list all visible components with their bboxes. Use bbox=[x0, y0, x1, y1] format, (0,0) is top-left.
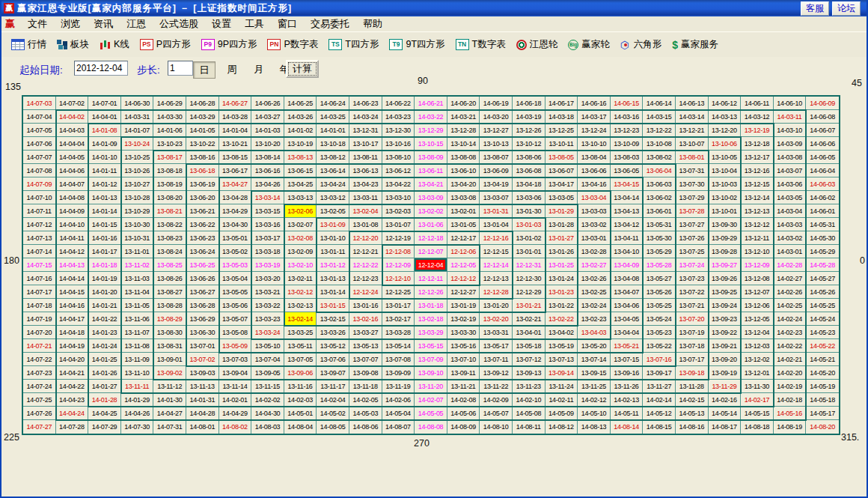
grid-cell[interactable]: 14-06-28 bbox=[186, 97, 219, 110]
grid-cell[interactable]: 13-05-24 bbox=[643, 312, 676, 326]
grid-cell[interactable]: 14-03-11 bbox=[774, 110, 807, 124]
grid-cell[interactable]: 13-11-15 bbox=[251, 380, 284, 393]
grid-cell[interactable]: 13-09-14 bbox=[545, 366, 578, 380]
grid-cell[interactable]: 14-07-03 bbox=[23, 97, 56, 110]
grid-cell[interactable]: 13-04-17 bbox=[545, 177, 578, 191]
grid-cell[interactable]: 13-05-05 bbox=[219, 285, 252, 299]
grid-cell[interactable]: 14-01-21 bbox=[88, 299, 121, 312]
grid-cell[interactable]: 13-12-04 bbox=[741, 326, 774, 339]
toolbar-button-六角形[interactable]: ⬡六角形 bbox=[615, 37, 667, 52]
grid-cell[interactable]: 13-01-16 bbox=[349, 299, 382, 312]
grid-cell[interactable]: 13-12-28 bbox=[447, 124, 480, 137]
grid-cell[interactable]: 13-06-06 bbox=[578, 164, 611, 177]
grid-cell[interactable]: 13-04-20 bbox=[447, 177, 480, 191]
grid-cell[interactable]: 14-01-03 bbox=[251, 124, 284, 137]
grid-cell[interactable]: 14-04-09 bbox=[56, 204, 89, 218]
grid-cell[interactable]: 12-12-29 bbox=[513, 285, 545, 299]
grid-cell[interactable]: 14-03-31 bbox=[121, 110, 154, 124]
grid-cell[interactable]: 13-09-17 bbox=[643, 366, 676, 380]
grid-cell[interactable]: 14-07-06 bbox=[23, 137, 56, 151]
grid-cell[interactable]: 13-12-05 bbox=[741, 312, 774, 326]
grid-cell[interactable]: 14-01-14 bbox=[88, 204, 121, 218]
grid-cell[interactable]: 14-07-27 bbox=[23, 420, 56, 434]
grid-cell[interactable]: 13-03-16 bbox=[251, 218, 284, 231]
grid-cell[interactable]: 14-08-19 bbox=[774, 420, 807, 434]
grid-cell[interactable]: 14-01-18 bbox=[88, 258, 121, 272]
grid-cell[interactable]: 14-02-09 bbox=[480, 393, 513, 407]
grid-cell[interactable]: 13-07-05 bbox=[284, 353, 317, 366]
grid-cell[interactable]: 14-04-27 bbox=[153, 407, 186, 420]
grid-cell[interactable]: 13-04-16 bbox=[578, 177, 611, 191]
grid-cell[interactable]: 14-06-04 bbox=[806, 164, 839, 177]
toolbar-button-赢家轮[interactable]: Big赢家轮 bbox=[563, 37, 615, 52]
grid-cell[interactable]: 13-02-08 bbox=[284, 231, 317, 245]
grid-cell[interactable]: 13-09-25 bbox=[709, 285, 742, 299]
grid-cell[interactable]: 13-04-24 bbox=[317, 177, 349, 191]
grid-cell[interactable]: 12-12-10 bbox=[382, 272, 415, 285]
grid-cell[interactable]: 14-03-16 bbox=[611, 110, 644, 124]
grid-cell[interactable]: 14-04-13 bbox=[56, 258, 89, 272]
grid-cell[interactable]: 13-12-20 bbox=[709, 124, 742, 137]
menu-item-设置[interactable]: 设置 bbox=[205, 17, 238, 31]
toolbar-button-P数字表[interactable]: PNP数字表 bbox=[262, 37, 323, 52]
grid-cell[interactable]: 13-06-26 bbox=[186, 272, 219, 285]
grid-cell[interactable]: 13-11-04 bbox=[121, 285, 154, 299]
grid-cell[interactable]: 12-12-13 bbox=[480, 272, 513, 285]
grid-cell[interactable]: 13-04-18 bbox=[513, 177, 545, 191]
grid-cell[interactable]: 13-02-21 bbox=[513, 312, 545, 326]
grid-cell[interactable]: 14-05-06 bbox=[447, 407, 480, 420]
grid-cell[interactable]: 14-03-01 bbox=[774, 245, 807, 258]
grid-cell[interactable]: 13-06-17 bbox=[219, 164, 252, 177]
grid-cell[interactable]: 14-04-22 bbox=[56, 380, 89, 393]
grid-cell[interactable]: 13-05-31 bbox=[643, 218, 676, 231]
grid-cell[interactable]: 13-07-24 bbox=[676, 258, 709, 272]
grid-cell[interactable]: 14-01-05 bbox=[186, 124, 219, 137]
grid-cell[interactable]: 14-05-18 bbox=[806, 393, 839, 407]
grid-cell[interactable]: 13-10-31 bbox=[121, 231, 154, 245]
grid-cell[interactable]: 13-10-21 bbox=[219, 137, 252, 151]
grid-cell[interactable]: 13-05-30 bbox=[643, 231, 676, 245]
grid-cell[interactable]: 13-06-15 bbox=[284, 164, 317, 177]
grid-cell[interactable]: 13-04-08 bbox=[611, 272, 644, 285]
grid-cell[interactable]: 13-03-02 bbox=[578, 218, 611, 231]
grid-cell[interactable]: 13-03-29 bbox=[415, 326, 447, 339]
grid-cell[interactable]: 14-06-27 bbox=[219, 97, 252, 110]
grid-cell[interactable]: 14-08-09 bbox=[447, 420, 480, 434]
grid-cell[interactable]: 13-04-21 bbox=[415, 177, 447, 191]
grid-cell[interactable]: 13-12-18 bbox=[741, 137, 774, 151]
grid-cell[interactable]: 13-09-03 bbox=[186, 366, 219, 380]
grid-cell[interactable]: 14-06-02 bbox=[806, 191, 839, 204]
grid-cell[interactable]: 14-02-05 bbox=[349, 393, 382, 407]
grid-cell[interactable]: 13-12-31 bbox=[349, 124, 382, 137]
grid-cell[interactable]: 14-03-21 bbox=[447, 110, 480, 124]
grid-cell[interactable]: 13-11-25 bbox=[578, 380, 611, 393]
grid-cell[interactable]: 13-12-21 bbox=[676, 124, 709, 137]
grid-cell[interactable]: 14-02-06 bbox=[382, 393, 415, 407]
grid-cell[interactable]: 14-02-11 bbox=[545, 393, 578, 407]
grid-cell[interactable]: 14-02-23 bbox=[774, 326, 807, 339]
grid-cell[interactable]: 13-08-05 bbox=[545, 151, 578, 164]
grid-cell[interactable]: 13-04-09 bbox=[611, 258, 644, 272]
grid-cell[interactable]: 14-03-06 bbox=[774, 177, 807, 191]
grid-cell[interactable]: 14-05-08 bbox=[513, 407, 545, 420]
grid-cell[interactable]: 13-01-02 bbox=[513, 231, 545, 245]
grid-cell[interactable]: 13-10-03 bbox=[709, 177, 742, 191]
grid-cell[interactable]: 14-04-06 bbox=[56, 164, 89, 177]
grid-cell[interactable]: 13-12-01 bbox=[741, 366, 774, 380]
grid-cell[interactable]: 13-01-14 bbox=[317, 285, 349, 299]
grid-cell[interactable]: 14-07-28 bbox=[56, 420, 89, 434]
grid-cell[interactable]: 13-09-22 bbox=[709, 326, 742, 339]
grid-cell[interactable]: 13-09-07 bbox=[317, 366, 349, 380]
grid-cell[interactable]: 13-10-26 bbox=[121, 164, 154, 177]
grid-cell[interactable]: 14-06-26 bbox=[251, 97, 284, 110]
grid-cell[interactable]: 13-01-13 bbox=[317, 272, 349, 285]
grid-cell[interactable]: 13-01-17 bbox=[382, 299, 415, 312]
grid-cell[interactable]: 14-03-02 bbox=[774, 231, 807, 245]
grid-cell[interactable]: 14-07-18 bbox=[23, 299, 56, 312]
grid-cell[interactable]: 13-03-05 bbox=[545, 191, 578, 204]
grid-cell[interactable]: 14-04-02 bbox=[56, 110, 89, 124]
grid-cell[interactable]: 14-05-31 bbox=[806, 218, 839, 231]
grid-cell[interactable]: 13-11-18 bbox=[349, 380, 382, 393]
grid-cell[interactable]: 14-05-23 bbox=[806, 326, 839, 339]
grid-cell[interactable]: 14-08-13 bbox=[578, 420, 611, 434]
